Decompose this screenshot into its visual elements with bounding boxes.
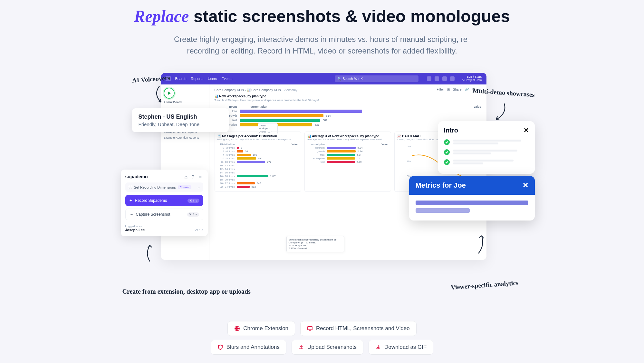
title-rest: static screenshots & video monologues	[189, 7, 510, 25]
bar-label: enterprise	[307, 157, 325, 160]
card-avg-workspaces: 📊 Average # of New Workspaces, by plan t…	[304, 132, 391, 192]
metrics-bar	[416, 208, 470, 213]
bar-label: 2 - 4 times	[217, 150, 235, 153]
feature-pill[interactable]: Blurs and Annotations	[211, 340, 286, 355]
check-icon	[444, 139, 450, 145]
bar-label: 10 - 12 times	[217, 164, 235, 167]
bar-fill	[327, 157, 355, 160]
extension-brand: supademo	[125, 174, 148, 179]
bar-value: 1,861	[270, 175, 277, 178]
bar-value: 777	[267, 161, 271, 163]
chevron-down-icon: ⌄	[197, 185, 200, 189]
bar-value: 5.3	[357, 153, 360, 156]
intro-step[interactable]	[444, 149, 529, 155]
intro-card: Intro ✕	[438, 121, 535, 174]
svg-text:40K: 40K	[407, 160, 412, 163]
record-shortcut: ⌘ ⇧ E	[187, 199, 199, 203]
bar-value: 5.34	[358, 146, 363, 149]
intro-step[interactable]	[444, 139, 529, 145]
bar-fill	[327, 161, 355, 163]
intro-step[interactable]	[444, 159, 529, 165]
col-header: current plan	[240, 105, 278, 108]
topbar-icon[interactable]	[435, 76, 439, 81]
bar-label: 16 - 18 times	[217, 175, 235, 178]
nav-events[interactable]: Events	[222, 77, 233, 81]
bar-fill	[237, 161, 265, 163]
bar-label: 14 - 16 times	[217, 171, 235, 174]
nav-users[interactable]: Users	[208, 77, 217, 81]
bar-label: 4 - 6 times	[217, 153, 235, 156]
search-input[interactable]: 🔍 Search ⌘ + K	[335, 75, 418, 82]
bar-fill	[327, 150, 356, 152]
bar-value: 395	[258, 157, 262, 160]
bar-label: 8 - 10 times	[217, 161, 235, 163]
nav-boards[interactable]: Boards	[175, 77, 187, 81]
bar-value: 1	[241, 146, 242, 149]
bar-fill	[237, 186, 250, 188]
bar-label: growth	[307, 150, 325, 153]
bar-value: 742	[257, 182, 261, 185]
metrics-bar	[416, 201, 528, 205]
bar-fill	[237, 154, 251, 156]
bar-fill	[237, 157, 256, 160]
download-icon	[375, 344, 381, 350]
topbar-icon[interactable]	[427, 76, 431, 81]
bar-fill	[240, 110, 362, 113]
bar-fill	[237, 175, 268, 177]
bar-label: 12 - 14 times	[217, 168, 235, 171]
share-button[interactable]: Share	[453, 88, 462, 91]
dashboard-topbar: Boards Reports Users Events 🔍 Search ⌘ +…	[161, 73, 486, 84]
feature-pill[interactable]: Download as GIF	[369, 340, 433, 355]
voice-name: Stephen - US English	[139, 113, 222, 120]
panel-subtitle: Total, last 30 days · How many new works…	[215, 99, 481, 102]
filter-button[interactable]: Filter	[437, 88, 444, 91]
version-label: V4.1.5	[195, 229, 203, 232]
bar-value: 5.29	[357, 161, 362, 163]
annotation-extension: Create from extension, desktop app or up…	[122, 288, 251, 295]
recording-dimensions[interactable]: ⛶ Set Recording Dimensions Current ⌄	[125, 182, 203, 192]
bar-value: 614	[326, 114, 331, 117]
account-info[interactable]: B2B / SaaS All Project Data	[462, 75, 482, 82]
metrics-card: Metrics for Joe ✕	[409, 176, 535, 221]
feature-pill[interactable]: Chrome Extension	[227, 321, 295, 336]
search-placeholder: Search ⌘ + K	[342, 77, 363, 81]
account-project: All Project Data	[462, 79, 482, 82]
close-icon[interactable]: ✕	[524, 126, 529, 134]
breadcrumb-path[interactable]: Core Company KPIs › 📊 Core Company KPIs	[215, 88, 281, 92]
bar-label: 20 - 22 times	[217, 182, 235, 185]
bar-label: 0 - 2 times	[217, 146, 235, 149]
bar-value: 587	[323, 119, 328, 122]
bar-label: 18 - 20 times	[217, 178, 235, 181]
feature-pill[interactable]: Record HTML, Screenshots and Video	[300, 321, 417, 336]
bar-fill	[327, 147, 356, 149]
dim-label: Set Recording Dimensions	[134, 185, 176, 189]
metrics-title: Metrics for Joe	[416, 181, 466, 190]
bar-label: platinum	[307, 146, 325, 149]
bar-value: 34	[245, 150, 248, 153]
capture-button[interactable]: ⋯ Capture Screenshot ⌘ ⇧ S	[125, 209, 203, 220]
feature-label: Record HTML, Screenshots and Video	[316, 325, 410, 332]
view-mode: View only	[284, 88, 297, 92]
bar-label: free	[307, 153, 325, 156]
page-title: Replace static screenshots & video monol…	[0, 0, 644, 26]
menu-icon[interactable]: ≡	[199, 174, 203, 179]
help-icon[interactable]: ?	[192, 174, 196, 179]
record-button[interactable]: ✦ Record Supademo ⌘ ⇧ E	[125, 195, 203, 206]
col-header: Value	[474, 105, 481, 108]
nav-reports[interactable]: Reports	[191, 77, 203, 81]
close-icon[interactable]: ✕	[523, 181, 528, 190]
topbar-icon[interactable]	[442, 76, 447, 81]
record-label: Record Supademo	[135, 198, 167, 203]
check-icon	[444, 149, 450, 155]
bar-label: 6 - 8 times	[217, 157, 235, 160]
sidebar-item[interactable]: Example Retention Reports	[164, 135, 207, 141]
bar-value: 198	[253, 153, 257, 156]
svg-rect-4	[308, 327, 312, 330]
new-board-button[interactable]: + New Board	[164, 101, 207, 104]
feature-label: Upload Screenshots	[307, 344, 357, 350]
feature-pill[interactable]: Upload Screenshots	[292, 340, 363, 355]
dashboard-mock: Boards Reports Users Events 🔍 Search ⌘ +…	[161, 73, 486, 260]
home-icon[interactable]: ⌂	[185, 174, 189, 179]
extension-panel: supademo ⌂ ? ≡ ⛶ Set Recording Dimension…	[121, 170, 208, 236]
topbar-icon[interactable]	[450, 76, 455, 81]
